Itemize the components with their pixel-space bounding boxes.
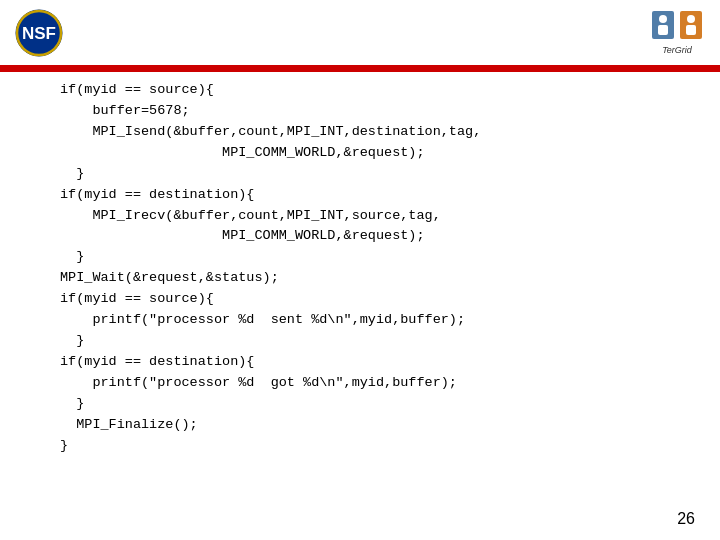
svg-text:TerGrid: TerGrid [662,45,693,55]
svg-point-6 [659,15,667,23]
top-bar: NSF TerGrid [0,0,720,65]
red-divider-bar [0,65,720,72]
page-number: 26 [677,510,695,528]
code-content: if(myid == source){ buffer=5678; MPI_Ise… [60,80,690,510]
teragrid-logo-icon: TerGrid [650,9,705,57]
svg-text:NSF: NSF [22,24,56,43]
svg-rect-9 [686,25,696,35]
svg-rect-7 [658,25,668,35]
svg-point-8 [687,15,695,23]
code-block: if(myid == source){ buffer=5678; MPI_Ise… [60,80,690,457]
nsf-logo-icon: NSF [15,9,63,57]
